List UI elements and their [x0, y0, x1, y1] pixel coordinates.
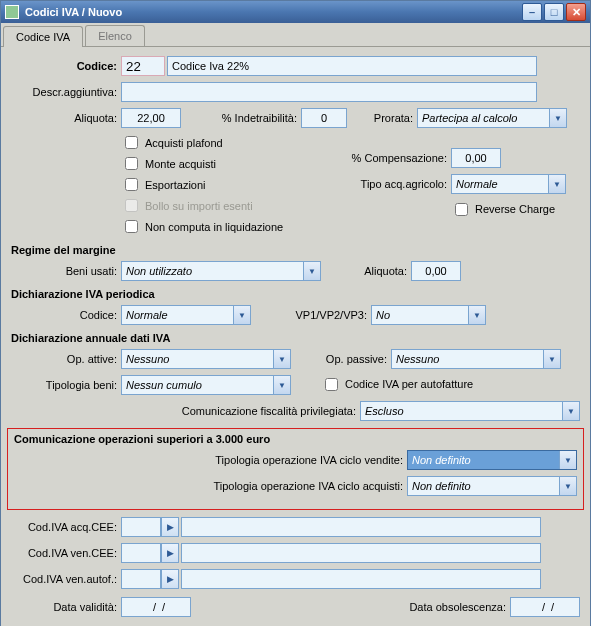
section-3000-euro-box: Comunicazione operazioni superiori a 3.0…: [7, 428, 584, 510]
window-frame: Codici IVA / Nuovo – □ ✕ Codice IVA Elen…: [0, 0, 591, 626]
opattive-select[interactable]: Nessuno ▼: [121, 349, 291, 369]
chk-esportazioni[interactable]: Esportazioni: [121, 175, 321, 194]
section-3000-title: Comunicazione operazioni superiori a 3.0…: [14, 433, 577, 445]
chk-bollo: Bollo su importi esenti: [121, 196, 321, 215]
tipoagr-label: Tipo acq.agricolo:: [321, 178, 451, 190]
tab-bar: Codice IVA Elenco: [1, 23, 590, 47]
indetr-label: % Indetraibilità:: [181, 112, 301, 124]
tipoagr-select[interactable]: Normale ▼: [451, 174, 566, 194]
descr-agg-label: Descr.aggiuntiva:: [11, 86, 121, 98]
dropdown-icon: ▼: [543, 350, 560, 368]
datavalid-input[interactable]: [121, 597, 191, 617]
tipovend-label: Tipologia operazione IVA ciclo vendite:: [215, 454, 407, 466]
fiscpriv-value: Escluso: [365, 405, 404, 417]
dropdown-icon: ▼: [303, 262, 320, 280]
maximize-button[interactable]: □: [544, 3, 564, 21]
tipoagr-value: Normale: [456, 178, 498, 190]
dataobs-input[interactable]: [510, 597, 580, 617]
oppassive-value: Nessuno: [396, 353, 439, 365]
chk-autofatture[interactable]: Codice IVA per autofatture: [321, 375, 473, 394]
codacqcee-input[interactable]: [121, 517, 161, 537]
tab-elenco[interactable]: Elenco: [85, 25, 145, 46]
vp-label: VP1/VP2/VP3:: [251, 309, 371, 321]
aliquota-label: Aliquota:: [11, 112, 121, 124]
vp-value: No: [376, 309, 390, 321]
lookup-button[interactable]: ▶: [161, 543, 179, 563]
tab-codice-iva[interactable]: Codice IVA: [3, 26, 83, 47]
descr-agg-input[interactable]: [121, 82, 537, 102]
beniusati-value: Non utilizzato: [126, 265, 192, 277]
window-title: Codici IVA / Nuovo: [25, 6, 522, 18]
prorata-value: Partecipa al calcolo: [422, 112, 517, 124]
prorata-select[interactable]: Partecipa al calcolo ▼: [417, 108, 567, 128]
codice-label: Codice:: [11, 60, 121, 72]
codvencee-input[interactable]: [121, 543, 161, 563]
dropdown-icon: ▼: [562, 402, 579, 420]
form-body: Codice: Descr.aggiuntiva: Aliquota: % In…: [1, 47, 590, 626]
codvenautof-input[interactable]: [121, 569, 161, 589]
close-button[interactable]: ✕: [566, 3, 586, 21]
tipobeni-value: Nessun cumulo: [126, 379, 202, 391]
oppassive-select[interactable]: Nessuno ▼: [391, 349, 561, 369]
app-icon: [5, 5, 19, 19]
chk-monte[interactable]: Monte acquisti: [121, 154, 321, 173]
dropdown-icon: ▼: [548, 175, 565, 193]
codice-desc-input[interactable]: [167, 56, 537, 76]
section-iva-periodica: Dichiarazione IVA periodica: [11, 288, 580, 300]
codvenautof-label: Cod.IVA ven.autof.:: [11, 573, 121, 585]
tipobeni-label: Tipologia beni:: [11, 379, 121, 391]
codvenautof-desc[interactable]: [181, 569, 541, 589]
vp-select[interactable]: No ▼: [371, 305, 486, 325]
beniusati-label: Beni usati:: [11, 265, 121, 277]
chk-plafond[interactable]: Acquisti plafond: [121, 133, 321, 152]
codice-input[interactable]: [121, 56, 165, 76]
dropdown-icon: ▼: [468, 306, 485, 324]
codice2-value: Normale: [126, 309, 168, 321]
dropdown-icon: ▼: [559, 477, 576, 495]
oppassive-label: Op. passive:: [291, 353, 391, 365]
codice2-select[interactable]: Normale ▼: [121, 305, 251, 325]
lookup-button[interactable]: ▶: [161, 569, 179, 589]
tipovend-select[interactable]: Non definito ▼: [407, 450, 577, 470]
indetr-input[interactable]: [301, 108, 347, 128]
opattive-label: Op. attive:: [11, 353, 121, 365]
dropdown-icon: ▼: [559, 451, 576, 469]
chk-reverse[interactable]: Reverse Charge: [451, 200, 555, 219]
dropdown-icon: ▼: [273, 376, 290, 394]
dataobs-label: Data obsolescenza:: [409, 601, 510, 613]
section-annuale: Dichiarazione annuale dati IVA: [11, 332, 580, 344]
datavalid-label: Data validità:: [11, 601, 121, 613]
fiscpriv-label: Comunicazione fiscalità privilegiata:: [182, 405, 360, 417]
tipoacq-value: Non definito: [412, 480, 471, 492]
codacqcee-desc[interactable]: [181, 517, 541, 537]
codacqcee-label: Cod.IVA acq.CEE:: [11, 521, 121, 533]
tipobeni-select[interactable]: Nessun cumulo ▼: [121, 375, 291, 395]
aliquota2-label: Aliquota:: [321, 265, 411, 277]
opattive-value: Nessuno: [126, 353, 169, 365]
prorata-label: Prorata:: [347, 112, 417, 124]
aliquota2-input[interactable]: [411, 261, 461, 281]
beniusati-select[interactable]: Non utilizzato ▼: [121, 261, 321, 281]
compens-input[interactable]: [451, 148, 501, 168]
fiscpriv-select[interactable]: Escluso ▼: [360, 401, 580, 421]
dropdown-icon: ▼: [233, 306, 250, 324]
compens-label: % Compensazione:: [321, 152, 451, 164]
codvencee-label: Cod.IVA ven.CEE:: [11, 547, 121, 559]
section-regime-margine: Regime del margine: [11, 244, 580, 256]
titlebar: Codici IVA / Nuovo – □ ✕: [1, 1, 590, 23]
dropdown-icon: ▼: [549, 109, 566, 127]
codice2-label: Codice:: [11, 309, 121, 321]
lookup-button[interactable]: ▶: [161, 517, 179, 537]
minimize-button[interactable]: –: [522, 3, 542, 21]
chk-noncomputa[interactable]: Non computa in liquidazione: [121, 217, 321, 236]
tipoacq-label: Tipologia operazione IVA ciclo acquisti:: [213, 480, 407, 492]
tipoacq-select[interactable]: Non definito ▼: [407, 476, 577, 496]
codvencee-desc[interactable]: [181, 543, 541, 563]
tipovend-value: Non definito: [412, 454, 471, 466]
dropdown-icon: ▼: [273, 350, 290, 368]
aliquota-input[interactable]: [121, 108, 181, 128]
